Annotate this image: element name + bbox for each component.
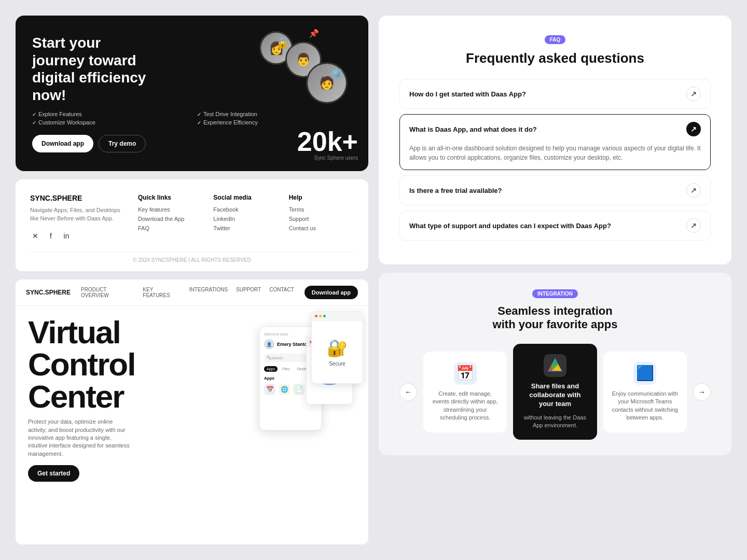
search-icon: 🔍 xyxy=(267,356,271,360)
lock-illustration: 🔐 xyxy=(327,338,348,358)
nav-key-features[interactable]: KEY FEATURES xyxy=(143,287,181,298)
browser-topbar-1 xyxy=(312,312,363,321)
faq-arrow-4[interactable]: ↗ xyxy=(686,218,701,233)
footer-grid: SYNC.SPHERE Navigate Apps, Files, and De… xyxy=(30,194,354,241)
faq-tag: FAQ xyxy=(545,35,566,44)
virtual-title-line1: Virtual xyxy=(28,314,120,350)
footer-brand-col: SYNC.SPHERE Navigate Apps, Files, and De… xyxy=(30,194,128,241)
browser-label: Secure xyxy=(329,361,345,367)
faq-arrow-3[interactable]: ↗ xyxy=(686,183,701,198)
footer-link-support[interactable]: Support xyxy=(289,216,354,222)
hero-avatars: 👩 👨 🧑 🔒 📌 ⚙️ xyxy=(249,26,353,119)
faq-question-2[interactable]: What is Daas App, and what does it do? ↗ xyxy=(400,115,710,144)
landing-card: SYNC.SPHERE PRODUCT OVERVIEW KEY FEATURE… xyxy=(16,279,368,544)
integration-cards-row: ← 📅 Create, edit manage, events directly… xyxy=(399,344,711,440)
landing-nav-brand: SYNC.SPHERE xyxy=(26,289,71,296)
landing-hero: Virtual Control Center Protect your data… xyxy=(16,306,368,492)
drive-title: Share files and collaborate with your te… xyxy=(521,382,588,409)
integration-prev-button[interactable]: ← xyxy=(399,383,417,401)
faq-answer-2: App is an all-in-one dashboard solution … xyxy=(400,144,710,170)
facebook-icon[interactable]: f xyxy=(46,231,56,241)
nav-product-overview[interactable]: PRODUCT OVERVIEW xyxy=(81,287,134,298)
phone-username: Emery Stanton xyxy=(277,342,310,347)
virtual-title-line3: Center xyxy=(28,379,123,414)
faq-header: FAQ Frequently asked questions xyxy=(399,34,711,66)
svg-marker-5 xyxy=(552,359,558,365)
nav-contact[interactable]: CONTACT xyxy=(269,287,294,298)
app-icon-chrome: 🌐 xyxy=(279,384,290,395)
faq-card: FAQ Frequently asked questions How do I … xyxy=(379,16,731,264)
hero-feature-4: Experience Efficiency xyxy=(197,119,352,125)
browser-window-1: 🔐 Secure xyxy=(311,311,363,384)
integration-next-button[interactable]: → xyxy=(693,383,711,401)
footer-quicklinks-col: Quick links Key features Download the Ap… xyxy=(138,194,203,241)
faq-question-3[interactable]: Is there a free trial available? ↗ xyxy=(400,176,710,205)
hero-feature-3: Customize Workspace xyxy=(32,119,187,125)
footer-quicklinks-title: Quick links xyxy=(138,194,203,201)
app-icon-docs: 📄 xyxy=(293,384,305,395)
browser-dot-yellow-2 xyxy=(319,315,322,317)
twitter-icon[interactable]: ✕ xyxy=(30,231,40,241)
faq-question-text-3: Is there a free trial available? xyxy=(409,187,502,194)
faq-question-text-4: What type of support and updates can I e… xyxy=(409,222,611,230)
teams-icon: 🟦 xyxy=(633,362,656,385)
landing-hero-visual: Welcome back, 👤 Emery Stanton 🔍 Search A… xyxy=(259,311,363,446)
nav-support[interactable]: SUPPORT xyxy=(236,287,261,298)
nav-integrations[interactable]: INTEGRATIONS xyxy=(189,287,228,298)
integration-card-teams: 🟦 Enjoy communication with your Microsof… xyxy=(603,352,687,432)
browser-dot-green-2 xyxy=(323,315,326,317)
gear-icon: ⚙️ xyxy=(329,67,343,81)
faq-title: Frequently asked questions xyxy=(399,50,711,66)
app-icon-calendar: 📅 xyxy=(264,384,275,395)
faq-item-4: What type of support and updates can I e… xyxy=(399,211,711,241)
phone-avatar: 👤 xyxy=(264,339,274,349)
footer-card: SYNC.SPHERE Navigate Apps, Files, and De… xyxy=(16,179,368,271)
virtual-title-line2: Control xyxy=(28,346,135,382)
calendar-desc: Create, edit manage, events directly wit… xyxy=(432,390,499,422)
footer-link-keyfeatures[interactable]: Key features xyxy=(138,206,203,213)
faq-arrow-1[interactable]: ↗ xyxy=(686,87,701,101)
footer-brand-desc: Navigate Apps, Files, and Desktops like … xyxy=(30,206,128,222)
faq-arrow-2[interactable]: ↗ xyxy=(686,122,701,136)
landing-sub: Protect your data, optimize online activ… xyxy=(28,418,132,458)
integration-card-drive: Share files and collaborate with your te… xyxy=(513,344,597,440)
browser-mockup: 🔐 Secure xyxy=(296,311,363,410)
try-demo-button[interactable]: Try demo xyxy=(99,135,146,152)
footer-help-title: Help xyxy=(289,194,354,201)
footer-link-linkedin[interactable]: LinkedIn xyxy=(213,216,278,222)
footer-link-faq[interactable]: FAQ xyxy=(138,225,203,231)
footer-copyright: © 2024 SYNCSPHERE | ALL RIGHTS RESERVED xyxy=(30,251,354,263)
download-app-button[interactable]: Download app xyxy=(32,135,93,152)
integration-tag: INTEGRATION xyxy=(532,289,578,298)
calendar-icon: 📅 xyxy=(454,362,477,385)
footer-socials: ✕ f in xyxy=(30,231,128,241)
get-started-button[interactable]: Get started xyxy=(28,465,79,482)
faq-question-text-2: What is Daas App, and what does it do? xyxy=(409,125,537,133)
hero-card: Start your journey toward digital effici… xyxy=(16,16,368,171)
footer-brand-name: SYNC.SPHERE xyxy=(30,194,128,202)
user-count: 20k+ Sync Sphere users xyxy=(297,128,358,161)
footer-link-twitter[interactable]: Twitter xyxy=(213,225,278,231)
landing-download-btn[interactable]: Download app xyxy=(305,286,358,299)
hero-title: Start your journey toward digital effici… xyxy=(32,34,146,104)
footer-help-col: Help Terms Support Contact us xyxy=(289,194,354,241)
phone-tab-apps[interactable]: Apps xyxy=(264,366,278,372)
faq-question-4[interactable]: What type of support and updates can I e… xyxy=(400,211,710,240)
footer-link-terms[interactable]: Terms xyxy=(289,206,354,213)
footer-link-facebook[interactable]: Facebook xyxy=(213,206,278,213)
browser-content-1: 🔐 Secure xyxy=(312,321,363,383)
pin-icon: 📌 xyxy=(309,29,319,38)
footer-link-downloadapp[interactable]: Download the App xyxy=(138,216,203,222)
phone-tab-files[interactable]: Files xyxy=(280,366,293,372)
footer-link-contact[interactable]: Contact us xyxy=(289,225,354,231)
faq-question-text-1: How do I get started with Daas App? xyxy=(409,90,526,98)
faq-item-2: What is Daas App, and what does it do? ↗… xyxy=(399,114,711,170)
integration-header: INTEGRATION Seamless integrationwith you… xyxy=(399,288,711,331)
drive-icon xyxy=(544,354,566,377)
faq-item-3: Is there a free trial available? ↗ xyxy=(399,175,711,205)
hero-feature-1: Explore Features xyxy=(32,111,187,117)
faq-question-1[interactable]: How do I get started with Daas App? ↗ xyxy=(400,79,710,108)
faq-item-1: How do I get started with Daas App? ↗ xyxy=(399,79,711,109)
linkedin-icon[interactable]: in xyxy=(61,231,72,241)
user-count-number: 20k+ xyxy=(297,128,358,155)
